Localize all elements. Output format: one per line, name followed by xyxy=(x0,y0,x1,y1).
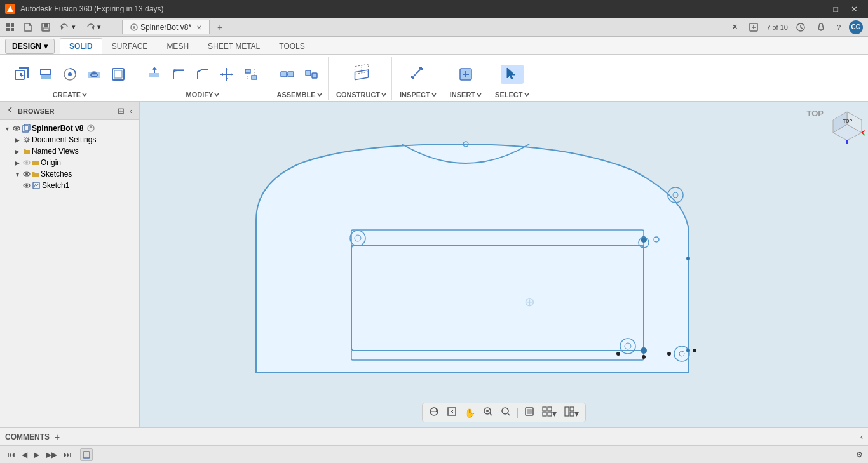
tab-mesh[interactable]: MESH xyxy=(157,38,198,54)
notification-button[interactable] xyxy=(813,21,829,34)
ribbon-btn-align[interactable] xyxy=(240,65,262,84)
group-label-assemble[interactable]: ASSEMBLE xyxy=(276,91,322,98)
timeline-settings-button[interactable]: ⚙ xyxy=(856,450,863,459)
timeline-play-button[interactable]: ▶ xyxy=(31,449,42,460)
group-label-insert[interactable]: INSERT xyxy=(450,91,482,98)
clock-button[interactable] xyxy=(793,21,808,34)
ribbon-btn-chamfer[interactable] xyxy=(191,65,214,84)
close-tab-button[interactable]: ✕ xyxy=(729,21,741,33)
doc-settings-label: Document Settings xyxy=(32,135,96,144)
comments-add-button[interactable]: + xyxy=(55,432,60,442)
ribbon-btn-shell[interactable] xyxy=(107,65,130,84)
minimize-button[interactable]: — xyxy=(807,3,825,15)
tree-item-root[interactable]: ▾ SpinnerBot v8 xyxy=(0,123,139,134)
tab-tools[interactable]: TOOLS xyxy=(269,38,314,54)
browser-header: BROWSER ⊞ ‹ xyxy=(0,102,139,120)
save-button[interactable] xyxy=(38,21,53,34)
view-cube-svg[interactable]: TOP xyxy=(830,109,865,144)
undo-button[interactable]: ▾ xyxy=(56,21,79,34)
title-bar: Autodesk Fusion 360 (Expiring in 13 days… xyxy=(0,0,868,18)
browser-collapse-all-button[interactable]: ‹ xyxy=(128,105,134,116)
ribbon-btn-insert[interactable] xyxy=(454,65,477,84)
tree-item-sketch1[interactable]: Sketch1 xyxy=(20,180,139,191)
ribbon-btn-measure[interactable] xyxy=(407,65,430,84)
help-button[interactable]: ? xyxy=(834,22,844,33)
root-collapse-icon[interactable]: ▾ xyxy=(3,124,11,133)
zoom-in-button[interactable] xyxy=(480,405,496,420)
ribbon-btn-as-built[interactable] xyxy=(300,65,323,84)
ribbon-btn-fillet[interactable] xyxy=(167,65,190,84)
file-menu-button[interactable] xyxy=(20,21,36,34)
ribbon-btn-new-component[interactable] xyxy=(10,65,33,84)
app-title: Autodesk Fusion 360 (Expiring in 13 days… xyxy=(20,4,163,13)
title-bar-left: Autodesk Fusion 360 (Expiring in 13 days… xyxy=(5,4,163,14)
ribbon-group-inspect: INSPECT xyxy=(395,57,442,100)
ribbon-btn-revolve[interactable] xyxy=(58,65,81,84)
pan-button[interactable]: ✋ xyxy=(462,406,478,419)
timeline-item-1[interactable] xyxy=(80,448,93,461)
ribbon-btn-hole[interactable] xyxy=(83,65,105,84)
sketches-collapse-icon[interactable]: ▾ xyxy=(13,170,22,178)
ribbon-btn-offset-plane[interactable] xyxy=(350,65,373,84)
timeline-start-button[interactable]: ⏮ xyxy=(5,449,18,460)
active-tab[interactable]: SpinnerBot v8* ✕ xyxy=(122,20,210,34)
view-cube[interactable]: TOP xyxy=(830,109,862,140)
ribbon-btn-extrude[interactable] xyxy=(34,65,57,84)
doc-settings-collapse-icon[interactable]: ▶ xyxy=(13,135,22,144)
root-options-icon[interactable] xyxy=(87,124,95,132)
close-button[interactable]: ✕ xyxy=(846,3,863,15)
tab-close-button[interactable]: ✕ xyxy=(196,24,201,31)
tree-item-named-views[interactable]: ▶ Named Views xyxy=(10,145,139,157)
browser-collapse-button[interactable] xyxy=(5,105,15,117)
browser-expand-button[interactable]: ⊞ xyxy=(116,105,126,116)
measure-icon xyxy=(410,67,426,82)
redo-button[interactable]: ▾ xyxy=(81,21,104,34)
viewport-layout-button[interactable]: ▾ xyxy=(562,405,581,420)
ribbon-btn-select[interactable] xyxy=(501,65,524,84)
design-dropdown[interactable]: DESIGN ▾ xyxy=(5,39,55,54)
group-label-inspect[interactable]: INSPECT xyxy=(400,91,437,98)
group-label-modify[interactable]: MODIFY xyxy=(186,91,220,98)
eye-icon-sketch1[interactable] xyxy=(23,182,31,189)
new-tab-button[interactable]: + xyxy=(212,21,227,34)
ribbon-btn-press-pull[interactable] xyxy=(143,65,166,84)
maximize-button[interactable]: □ xyxy=(828,3,843,15)
tab-sheet-metal[interactable]: SHEET METAL xyxy=(198,38,269,54)
timeline-prev-button[interactable]: ◀ xyxy=(19,449,30,460)
sketch1-label: Sketch1 xyxy=(42,181,69,190)
timeline-end-button[interactable]: ⏭ xyxy=(61,449,74,460)
svg-rect-88 xyxy=(548,407,552,411)
group-label-construct[interactable]: CONSTRUCT xyxy=(336,91,386,98)
fit-button[interactable] xyxy=(444,405,459,420)
component-icon-root xyxy=(22,124,31,133)
tree-item-document-settings[interactable]: ▶ Document Settings xyxy=(10,134,139,145)
eye-icon-sketches[interactable] xyxy=(23,170,31,178)
origin-collapse-icon[interactable]: ▶ xyxy=(13,158,22,167)
tab-solid[interactable]: SOLID xyxy=(60,38,102,54)
group-label-create[interactable]: CREATE xyxy=(53,91,87,98)
tree-item-origin[interactable]: ▶ Origin xyxy=(10,157,139,168)
timeline-next-button[interactable]: ▶▶ xyxy=(43,449,60,460)
tab-bar: ▾ ▾ SpinnerBot v8* ✕ + ✕ xyxy=(0,18,868,37)
comments-collapse-button[interactable]: ‹ xyxy=(860,433,863,441)
tree-item-sketches[interactable]: ▾ Sketches xyxy=(10,168,139,180)
user-avatar[interactable]: CG xyxy=(849,20,863,34)
tab-surface[interactable]: SURFACE xyxy=(102,38,158,54)
group-label-select[interactable]: SELECT xyxy=(495,91,529,98)
grid-menu-button[interactable] xyxy=(3,21,18,34)
browser-header-left: BROWSER xyxy=(5,105,54,117)
orbit-icon xyxy=(429,406,439,417)
named-views-collapse-icon[interactable]: ▶ xyxy=(13,147,22,156)
extension-button[interactable] xyxy=(746,21,761,34)
ribbon-btn-joint[interactable] xyxy=(276,65,299,84)
grid-display-button[interactable]: ▾ xyxy=(539,405,559,420)
window-controls[interactable]: — □ ✕ xyxy=(807,3,863,15)
svg-rect-14 xyxy=(41,74,51,79)
display-mode-button[interactable] xyxy=(522,405,537,420)
zoom-button[interactable] xyxy=(498,405,513,420)
orbit-button[interactable] xyxy=(426,405,442,420)
ribbon-btn-move[interactable] xyxy=(215,65,238,84)
eye-icon-origin[interactable] xyxy=(23,159,31,166)
eye-icon-root[interactable] xyxy=(13,124,20,132)
viewport[interactable]: TOP TOP xyxy=(140,102,868,427)
